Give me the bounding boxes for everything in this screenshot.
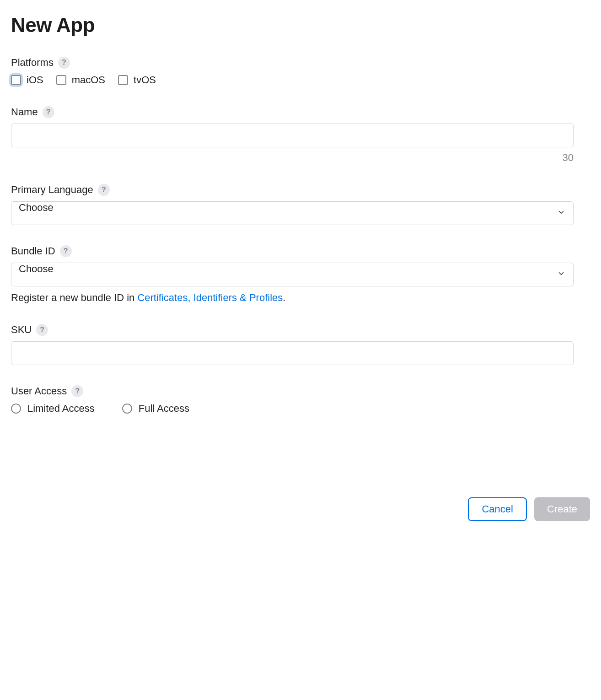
certificates-link[interactable]: Certificates, Identifiers & Profiles bbox=[137, 292, 283, 303]
bundle-id-helper-suffix: . bbox=[283, 292, 285, 303]
name-char-count: 30 bbox=[11, 152, 574, 164]
primary-language-label: Primary Language bbox=[11, 184, 93, 196]
bundle-id-select[interactable]: Choose bbox=[11, 263, 574, 286]
primary-language-field: Primary Language ? Choose bbox=[11, 184, 578, 225]
page-title: New App bbox=[11, 14, 578, 37]
primary-language-select[interactable]: Choose bbox=[11, 201, 574, 225]
checkbox-icon[interactable] bbox=[11, 75, 21, 85]
platforms-field: Platforms ? iOS macOS tvOS bbox=[11, 57, 578, 86]
platform-macos-label: macOS bbox=[72, 74, 105, 86]
radio-icon[interactable] bbox=[122, 404, 132, 414]
user-access-limited-option[interactable]: Limited Access bbox=[11, 403, 95, 415]
radio-icon[interactable] bbox=[11, 404, 21, 414]
platform-ios-option[interactable]: iOS bbox=[11, 74, 43, 86]
help-icon[interactable]: ? bbox=[71, 385, 83, 397]
platform-tvos-option[interactable]: tvOS bbox=[118, 74, 156, 86]
help-icon[interactable]: ? bbox=[98, 184, 110, 196]
bundle-id-label: Bundle ID bbox=[11, 245, 55, 257]
help-icon[interactable]: ? bbox=[60, 245, 72, 257]
sku-field: SKU ? bbox=[11, 324, 578, 365]
create-button[interactable]: Create bbox=[534, 497, 590, 521]
name-field: Name ? 30 bbox=[11, 106, 578, 164]
help-icon[interactable]: ? bbox=[36, 324, 48, 336]
sku-input[interactable] bbox=[11, 341, 574, 365]
name-label: Name bbox=[11, 106, 38, 118]
bundle-id-helper: Register a new bundle ID in Certificates… bbox=[11, 292, 574, 304]
help-icon[interactable]: ? bbox=[43, 106, 54, 118]
cancel-button[interactable]: Cancel bbox=[468, 497, 526, 521]
sku-label: SKU bbox=[11, 324, 32, 336]
name-input[interactable] bbox=[11, 124, 574, 147]
user-access-field: User Access ? Limited Access Full Access bbox=[11, 385, 578, 415]
platform-macos-option[interactable]: macOS bbox=[56, 74, 105, 86]
user-access-label: User Access bbox=[11, 385, 67, 397]
checkbox-icon[interactable] bbox=[56, 75, 66, 85]
user-access-full-label: Full Access bbox=[139, 403, 189, 415]
platform-tvos-label: tvOS bbox=[134, 74, 156, 86]
user-access-limited-label: Limited Access bbox=[27, 403, 95, 415]
user-access-full-option[interactable]: Full Access bbox=[122, 403, 189, 415]
bundle-id-helper-prefix: Register a new bundle ID in bbox=[11, 292, 137, 303]
platform-ios-label: iOS bbox=[27, 74, 43, 86]
footer-bar: Cancel Create bbox=[11, 488, 590, 530]
bundle-id-field: Bundle ID ? Choose Register a new bundle… bbox=[11, 245, 578, 304]
help-icon[interactable]: ? bbox=[58, 57, 70, 69]
checkbox-icon[interactable] bbox=[118, 75, 128, 85]
platforms-label: Platforms bbox=[11, 57, 54, 69]
